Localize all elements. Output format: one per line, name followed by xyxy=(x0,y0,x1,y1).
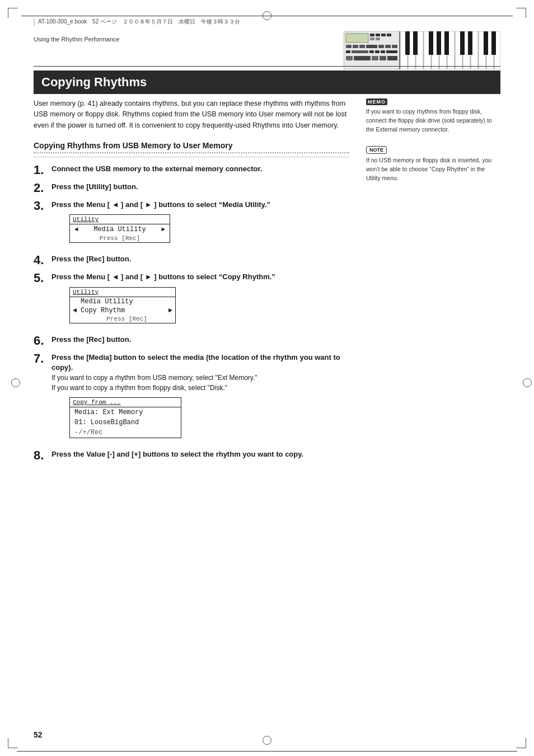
lcd-1-header: Utility xyxy=(70,215,170,224)
lcd-1-arrow-right: ► xyxy=(161,226,165,233)
step-5-number: 5. xyxy=(34,272,49,284)
lcd-2-arrow-left xyxy=(73,298,81,306)
top-border xyxy=(21,16,513,16)
lcd-3-row1: Media: Ext Memory xyxy=(70,407,181,417)
lcd-1-sub-text: Press [Rec] xyxy=(70,234,170,242)
file-info: AT-100-300_e.book 52 ページ ２００８年５月７日 水曜日 午… xyxy=(34,18,240,26)
keyboard-image xyxy=(344,31,500,71)
subsection-title: Copying Rhythms from USB Memory to User … xyxy=(34,141,349,153)
step-1-number: 1. xyxy=(34,164,49,176)
svg-rect-14 xyxy=(392,45,397,48)
svg-rect-6 xyxy=(370,37,374,40)
lcd-2-row3: Press [Rec] xyxy=(70,315,175,323)
page-title: Copying Rhythms xyxy=(41,75,493,90)
svg-rect-10 xyxy=(359,45,365,48)
dotted-divider xyxy=(34,157,349,157)
lcd-2-arrow2: ◄ xyxy=(73,307,81,314)
intro-paragraph: User memory (p. 41) already contains rhy… xyxy=(34,98,349,131)
step-7-number: 7. xyxy=(34,353,49,365)
svg-rect-18 xyxy=(375,50,380,53)
lcd-2-arrow-right2: ► xyxy=(165,307,172,314)
corner-mark-tl xyxy=(8,8,18,18)
lcd-2-row1: Media Utility xyxy=(70,297,175,306)
svg-rect-47 xyxy=(484,31,488,55)
svg-rect-19 xyxy=(381,50,385,53)
svg-rect-15 xyxy=(346,50,350,53)
step-3: 3. Press the Menu [ ◄ ] and [ ► ] button… xyxy=(34,200,349,248)
step-8: 8. Press the Value [-] and [+] buttons t… xyxy=(34,449,349,462)
svg-rect-48 xyxy=(491,31,496,55)
step-4-content: Press the [Rec] button. xyxy=(51,254,349,264)
right-sidebar: MEMO If you want to copy rhythms from fl… xyxy=(366,98,500,183)
lcd-1-arrow-left: ◄ xyxy=(74,226,78,233)
lcd-3-header: Copy from ... xyxy=(70,398,181,407)
svg-rect-17 xyxy=(369,50,374,53)
svg-rect-23 xyxy=(372,56,378,60)
svg-rect-43 xyxy=(437,31,441,55)
svg-rect-24 xyxy=(380,56,386,60)
cross-bottom xyxy=(263,736,271,745)
step-7: 7. Press the [Media] button to select th… xyxy=(34,353,349,444)
lcd-2-line1: Media Utility xyxy=(81,298,133,306)
step-2-number: 2. xyxy=(34,182,49,194)
svg-rect-13 xyxy=(385,45,391,48)
step-7-content: Press the [Media] button to select the m… xyxy=(51,353,349,444)
lcd-3-row3: -/+/Rec xyxy=(70,428,181,438)
note-text: If no USB memory or floppy disk is inser… xyxy=(366,156,500,182)
svg-rect-21 xyxy=(346,56,353,60)
memo-text: If you want to copy rhythms from floppy … xyxy=(366,107,500,134)
page-number: 52 xyxy=(34,730,43,739)
note-label: NOTE xyxy=(366,146,387,154)
svg-rect-9 xyxy=(353,45,358,48)
svg-rect-22 xyxy=(354,56,371,60)
svg-rect-3 xyxy=(376,34,380,36)
svg-rect-2 xyxy=(370,34,374,36)
svg-rect-4 xyxy=(381,34,386,36)
title-banner: Copying Rhythms xyxy=(34,71,500,94)
step-4: 4. Press the [Rec] button. xyxy=(34,254,349,266)
step-7-sub: If you want to copy a rhythm from USB me… xyxy=(51,373,349,393)
main-content: User memory (p. 41) already contains rhy… xyxy=(34,98,349,467)
lcd-screen-2: Utility Media Utility ◄ Copy Rhythm ► Pr… xyxy=(69,287,176,323)
step-1: 1. Connect the USB memory to the externa… xyxy=(34,164,349,176)
step-5: 5. Press the Menu [ ◄ ] and [ ► ] button… xyxy=(34,272,349,328)
svg-rect-1 xyxy=(346,34,368,43)
step-3-number: 3. xyxy=(34,200,49,212)
lcd-3-row2: 01: LooseBigBand xyxy=(70,417,181,428)
svg-rect-45 xyxy=(460,31,465,55)
lcd-2-line3: Press [Rec] xyxy=(106,316,147,322)
svg-rect-41 xyxy=(413,31,418,55)
svg-rect-40 xyxy=(405,31,410,55)
bottom-border xyxy=(17,751,517,752)
step-1-content: Connect the USB memory to the external m… xyxy=(51,164,349,174)
memo-icon: MEMO xyxy=(366,98,387,105)
step-6: 6. Press the [Rec] button. xyxy=(34,335,349,347)
memo-box: MEMO If you want to copy rhythms from fl… xyxy=(366,98,500,134)
lcd-screen-3: Copy from ... Media: Ext Memory 01: Loos… xyxy=(69,397,181,438)
svg-rect-5 xyxy=(387,34,391,36)
section-header: Using the Rhythm Performance xyxy=(34,36,119,43)
lcd-screen-1: Utility ◄ Media Utility ► Press [Rec] xyxy=(69,214,170,243)
lcd-2-header: Utility xyxy=(70,288,175,297)
step-8-number: 8. xyxy=(34,449,49,462)
step-4-number: 4. xyxy=(34,254,49,266)
step-6-number: 6. xyxy=(34,335,49,347)
corner-mark-br xyxy=(516,738,526,748)
step-2-content: Press the [Utility] button. xyxy=(51,182,349,192)
step-3-content: Press the Menu [ ◄ ] and [ ► ] buttons t… xyxy=(51,200,349,248)
svg-rect-42 xyxy=(429,31,433,55)
svg-rect-7 xyxy=(376,37,380,40)
step-5-content: Press the Menu [ ◄ ] and [ ► ] buttons t… xyxy=(51,272,349,328)
step-2: 2. Press the [Utility] button. xyxy=(34,182,349,194)
note-box: NOTE If no USB memory or floppy disk is … xyxy=(366,145,500,182)
svg-rect-44 xyxy=(444,31,449,55)
step-8-content: Press the Value [-] and [+] buttons to s… xyxy=(51,449,349,459)
svg-rect-16 xyxy=(352,50,368,53)
lcd-2-line2: Copy Rhythm xyxy=(81,307,125,314)
svg-rect-8 xyxy=(346,45,352,48)
lcd-1-main-text: Media Utility xyxy=(93,226,146,233)
svg-rect-12 xyxy=(378,45,384,48)
lcd-2-row2: ◄ Copy Rhythm ► xyxy=(70,306,175,315)
svg-rect-25 xyxy=(387,56,397,60)
step-6-content: Press the [Rec] button. xyxy=(51,335,349,345)
